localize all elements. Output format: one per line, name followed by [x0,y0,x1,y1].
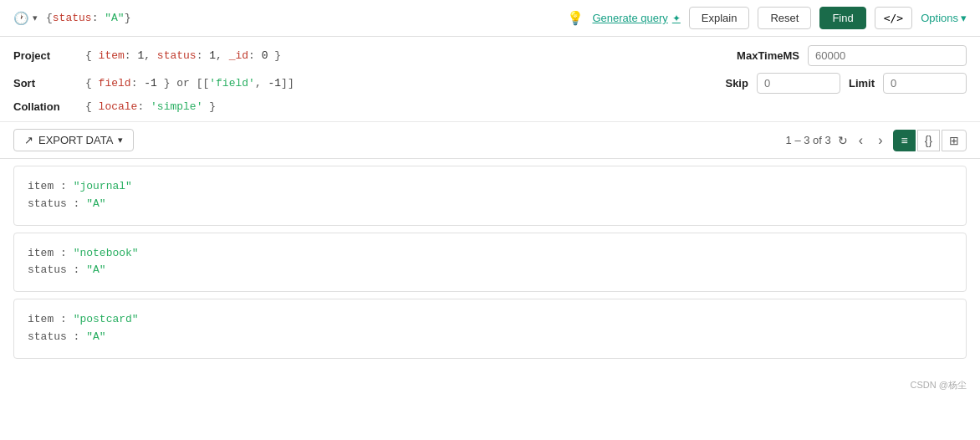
max-time-ms-area: MaxTimeMS [737,45,967,66]
lightbulb-icon: 💡 [567,10,584,26]
result-card: item : "postcard" status : "A" [13,299,967,359]
list-view-button[interactable]: ≡ [893,130,915,151]
max-time-ms-input[interactable] [808,45,967,66]
skip-input[interactable] [757,73,840,94]
project-label: Project [13,49,72,62]
refresh-icon[interactable]: ↻ [838,134,848,147]
view-toggle: ≡ {} ⊞ [893,130,967,151]
result-line: status : "A" [28,196,952,213]
limit-label: Limit [849,77,875,90]
result-line: item : "notebook" [28,245,952,263]
options-button[interactable]: Options ▾ [921,12,967,24]
export-chevron-icon: ▾ [118,135,123,146]
sort-label: Sort [13,77,72,90]
options-chevron-icon: ▾ [961,12,967,24]
collation-row: Collation { locale: 'simple' } [13,100,967,113]
find-button[interactable]: Find [819,7,865,29]
code-button[interactable]: </> [875,7,912,29]
project-row: Project { item: 1, status: 1, _id: 0 } M… [13,45,967,66]
export-data-button[interactable]: ↗ EXPORT DATA ▾ [13,129,134,151]
sort-row: Sort { field: -1 } or [['field', -1]] Sk… [13,73,967,94]
reset-button[interactable]: Reset [758,7,811,29]
max-time-ms-label: MaxTimeMS [737,49,799,62]
sparkle-icon: ✦ [672,13,681,24]
footer-note: CSDN @杨尘 [0,372,980,398]
collation-label: Collation [13,100,72,113]
explain-button[interactable]: Explain [689,7,750,29]
result-card: item : "notebook" status : "A" [13,233,967,293]
sort-value: { field: -1 } or [['field', -1]] [85,77,294,90]
query-display: {status: "A"} [46,12,130,24]
skip-label: Skip [725,77,748,90]
export-icon: ↗ [24,134,33,146]
generate-query-label: Generate query [592,12,667,24]
result-card: item : "journal" status : "A" [13,166,967,226]
results-info: 1 – 3 of 3 ↻ ‹ › ≡ {} ⊞ [786,130,967,151]
skip-limit-area: Skip Limit [725,73,967,94]
footer-text: CSDN @杨尘 [911,380,967,390]
clock-icon-area: 🕐 ▾ [13,11,38,26]
options-label: Options [921,12,958,24]
result-line: status : "A" [28,262,952,279]
results-area: item : "journal" status : "A" item : "no… [0,159,980,372]
result-line: item : "journal" [28,178,952,196]
generate-query-button[interactable]: Generate query ✦ [592,12,680,24]
result-line: status : "A" [28,329,952,346]
prev-page-button[interactable]: ‹ [855,131,867,150]
json-view-button[interactable]: {} [917,130,940,151]
fields-section: Project { item: 1, status: 1, _id: 0 } M… [0,37,980,122]
results-count: 1 – 3 of 3 [786,134,831,146]
limit-input[interactable] [883,73,967,94]
clock-icon: 🕐 [13,11,29,26]
next-page-button[interactable]: › [874,131,886,150]
collation-value: { locale: 'simple' } [85,100,216,113]
clock-chevron: ▾ [33,13,38,23]
project-value: { item: 1, status: 1, _id: 0 } [85,49,281,62]
toolbar-row: ↗ EXPORT DATA ▾ 1 – 3 of 3 ↻ ‹ › ≡ {} ⊞ [0,122,980,159]
top-bar: 🕐 ▾ {status: "A"} 💡 Generate query ✦ Exp… [0,0,980,37]
result-line: item : "postcard" [28,311,952,329]
table-view-button[interactable]: ⊞ [942,130,967,151]
export-label: EXPORT DATA [38,134,113,146]
